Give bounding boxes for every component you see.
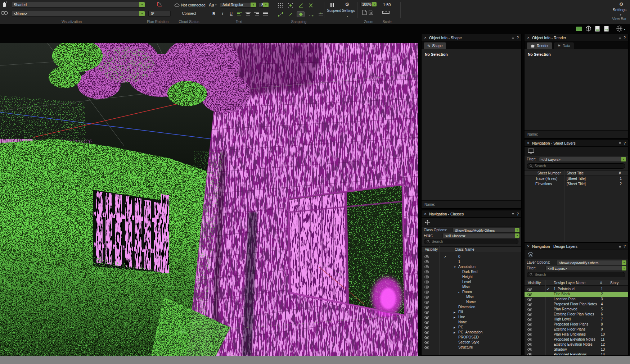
col-design-layer-name[interactable]: Design Layer Name <box>554 280 585 286</box>
visibility-eye-icon[interactable] <box>527 318 532 321</box>
align-right-icon[interactable] <box>254 12 260 16</box>
col-hash[interactable]: # <box>600 280 602 286</box>
scale-ruler-icon[interactable] <box>382 10 390 14</box>
design-layer-row[interactable]: Existing Elevation Notes12 <box>525 342 628 347</box>
clip-cube-toggle-icon[interactable] <box>576 27 582 31</box>
connect-button[interactable]: Connect <box>174 11 204 15</box>
visibility-eye-icon[interactable] <box>424 306 429 309</box>
visibility-eye-icon[interactable] <box>424 336 429 339</box>
class-row[interactable]: Misc <box>422 295 521 300</box>
class-row[interactable]: Section Style <box>422 340 521 345</box>
class-row[interactable]: Dark Red <box>422 269 521 274</box>
visibility-eye-icon[interactable] <box>424 276 429 278</box>
class-row[interactable]: ▶PC_Annotation <box>422 330 521 335</box>
visibility-eye-icon[interactable] <box>424 296 429 299</box>
snap-intersection-icon[interactable] <box>307 2 315 8</box>
tool-icon[interactable] <box>1 1 7 7</box>
layers-filter-dropdown[interactable]: <All Layers> ▾ <box>545 266 627 271</box>
visibility-eye-icon[interactable] <box>527 313 532 316</box>
classes-filter-dropdown[interactable]: <All Classes> ▾ <box>442 233 520 238</box>
design-layer-row[interactable]: Plan Fills/ Bricklines10 <box>525 332 628 337</box>
design-layer-row[interactable]: Proposed Elevation Notes11 <box>525 337 628 342</box>
design-layer-row[interactable]: High Level7 <box>525 317 628 322</box>
class-row[interactable]: Height <box>422 274 521 279</box>
visibility-eye-icon[interactable] <box>527 348 532 351</box>
class-row[interactable]: Name <box>422 300 521 305</box>
visibility-eye-icon[interactable] <box>424 346 429 349</box>
menu-icon[interactable]: ≡ <box>619 36 621 40</box>
close-icon[interactable]: × <box>527 244 530 249</box>
chevron-down-icon[interactable]: ▾ <box>620 13 621 17</box>
suspend-pause-icon[interactable] <box>330 3 334 7</box>
class-row[interactable]: ✓0 <box>422 254 521 259</box>
unified-view-cube-icon[interactable] <box>585 26 591 32</box>
visibility-eye-icon[interactable] <box>424 291 429 294</box>
visibility-eye-icon[interactable] <box>527 343 532 346</box>
visibility-eye-icon[interactable] <box>527 293 532 296</box>
design-layer-row[interactable]: Proposed Elevations14 <box>525 352 628 355</box>
expand-arrow-icon[interactable]: ▼ <box>458 290 462 295</box>
viewbar-settings-button[interactable]: Settings <box>608 8 626 12</box>
class-row[interactable]: Misc <box>422 285 521 290</box>
design-layer-row[interactable]: Proposed Floor Plans8 <box>525 322 628 327</box>
close-icon[interactable]: × <box>527 141 530 145</box>
design-layer-row[interactable]: Shadow13 <box>525 347 628 352</box>
col-sheet-title[interactable]: Sheet Title <box>567 170 584 176</box>
zoom-objects-icon[interactable] <box>369 10 373 15</box>
visibility-eye-icon[interactable] <box>527 338 532 341</box>
visibility-eye-icon[interactable] <box>527 308 532 311</box>
help-icon[interactable]: ? <box>517 36 519 40</box>
align-left-icon[interactable] <box>237 12 242 16</box>
font-size-dropdown[interactable]: 8 ▾ <box>259 2 269 8</box>
snap-angle-icon[interactable] <box>297 2 305 8</box>
sheet-layer-row[interactable]: Trace (Hi-res)[Sheet Title]1 <box>525 176 628 181</box>
save-view-icon[interactable] <box>595 26 600 32</box>
sheets-filter-dropdown[interactable]: <All Layers> ▾ <box>539 157 626 162</box>
link-tool-icon[interactable] <box>1 11 8 15</box>
class-row[interactable]: Dimension <box>422 305 521 310</box>
snap-to-grid-icon[interactable] <box>287 2 294 8</box>
visibility-eye-icon[interactable] <box>424 255 429 258</box>
visibility-eye-icon[interactable] <box>424 286 429 288</box>
close-icon[interactable]: × <box>424 36 427 40</box>
class-row[interactable]: None <box>422 320 521 325</box>
scale-value[interactable]: 1:50 <box>383 3 391 7</box>
expand-arrow-icon[interactable]: ▶ <box>454 315 458 320</box>
visibility-eye-icon[interactable] <box>424 270 429 273</box>
layers-stack-icon[interactable] <box>528 252 534 258</box>
sheet-layer-row[interactable]: Elevations[Sheet Title]2 <box>525 181 628 187</box>
class-row[interactable]: ▶Line <box>422 315 521 320</box>
col-visibility[interactable]: Visibility <box>425 247 438 252</box>
zoom-page-icon[interactable] <box>362 10 367 15</box>
expand-arrow-icon[interactable]: ▼ <box>454 265 458 270</box>
settings-button[interactable]: Settings <box>337 9 360 13</box>
gear-icon[interactable]: ⚙ <box>345 1 350 7</box>
col-visibility[interactable]: Visibility <box>528 280 541 286</box>
name-field-row[interactable]: Name: <box>525 130 628 138</box>
class-options-dropdown[interactable]: Show/Snap/Modify Others ▾ <box>453 228 520 233</box>
export-view-icon[interactable] <box>604 26 609 32</box>
visibility-eye-icon[interactable] <box>424 331 429 334</box>
underline-button[interactable]: U <box>228 11 235 17</box>
chevron-down-icon[interactable]: ▾ <box>347 15 348 18</box>
name-field-row[interactable]: Name: <box>422 200 521 208</box>
help-icon[interactable]: ? <box>624 141 626 145</box>
design-layer-row[interactable]: Location Plan3 <box>525 297 628 302</box>
snap-edge-icon[interactable] <box>276 11 284 17</box>
class-row[interactable]: ▼Annotation <box>422 264 521 269</box>
snap-grid-icon[interactable] <box>276 2 284 8</box>
help-icon[interactable]: ? <box>517 212 519 216</box>
visibility-eye-icon[interactable] <box>424 341 429 344</box>
render-mode-dropdown[interactable]: Shaded ▾ <box>11 2 145 8</box>
zoom-dropdown[interactable]: 100% ▾ <box>360 2 377 7</box>
design-layer-row[interactable]: Exsiting Floor Plan Notes6 <box>525 312 628 317</box>
visibility-eye-icon[interactable] <box>527 323 532 326</box>
class-row[interactable]: ▶Fill <box>422 310 521 315</box>
col-sheet-number[interactable]: Sheet Number <box>537 170 561 176</box>
visibility-eye-icon[interactable] <box>424 311 429 314</box>
visibility-eye-icon[interactable] <box>424 260 429 263</box>
class-row[interactable]: ▼Room <box>422 290 521 295</box>
visibility-eye-icon[interactable] <box>527 353 532 355</box>
design-layer-row[interactable]: Exsiting Floor Plans9 <box>525 327 628 332</box>
visibility-eye-icon[interactable] <box>424 326 429 329</box>
